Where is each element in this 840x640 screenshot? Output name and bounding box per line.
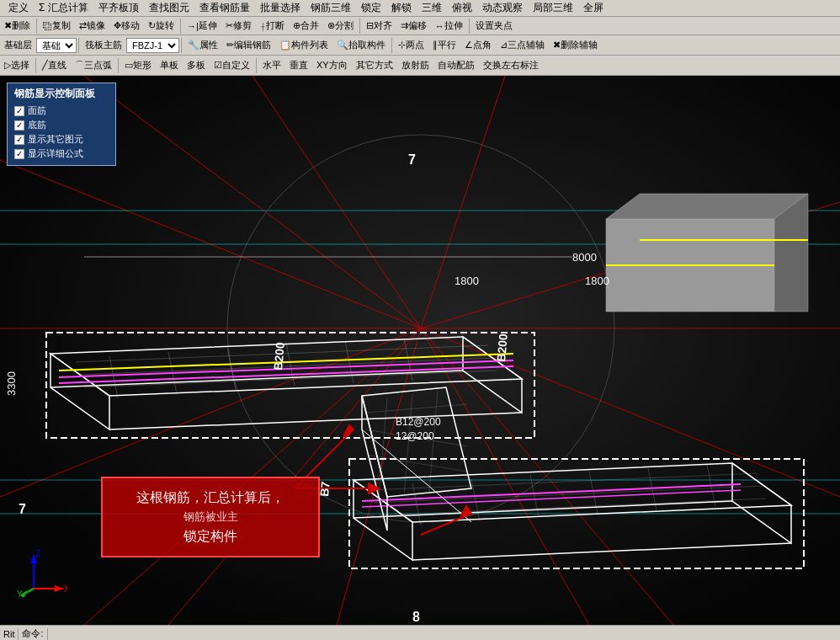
sep3	[359, 19, 360, 34]
menu-findelem[interactable]: 查找图元	[144, 0, 194, 17]
menu-rebar3d[interactable]: 钢筋三维	[306, 0, 356, 17]
btn-vertical[interactable]: 垂直	[285, 57, 312, 74]
svg-text:X: X	[64, 584, 67, 594]
cp-label-face: 面筋	[28, 104, 46, 117]
btn-align[interactable]: ⊟ 对齐	[362, 18, 396, 35]
btn-merge[interactable]: ⊕ 合并	[289, 18, 323, 35]
sep7	[391, 38, 392, 53]
menu-flushboard[interactable]: 平齐板顶	[93, 0, 144, 17]
info-line1b: 钢筋被业主	[116, 509, 305, 526]
svg-text:Z: Z	[35, 549, 40, 558]
menu-summary[interactable]: Σ 汇总计算	[34, 0, 93, 17]
menu-unlock[interactable]: 解锁	[386, 0, 417, 17]
menu-fullscreen[interactable]: 全屏	[578, 0, 609, 17]
btn-select[interactable]: ▷ 选择	[0, 57, 34, 74]
control-panel-title: 钢筋显示控制面板	[14, 87, 109, 101]
cp-item-showformula[interactable]: ✓ 显示详细公式	[14, 147, 109, 160]
btn-xydirection[interactable]: XY方向	[312, 57, 352, 74]
btn-line[interactable]: ╱ 直线	[38, 57, 71, 74]
sep6	[181, 38, 182, 53]
btn-editrebar[interactable]: ✏ 编辑钢筋	[222, 37, 275, 54]
menu-topview[interactable]: 俯视	[447, 0, 477, 17]
svg-text:8000: 8000	[572, 251, 597, 264]
layer-select[interactable]: 基础	[36, 38, 77, 53]
toolbar-draw: ▷ 选择 ╱ 直线 ⌒ 三点弧 ▭ 矩形 单板 多板 ☑ 自定义 水平 垂直 X…	[0, 56, 840, 76]
btn-othermodes[interactable]: 其它方式	[352, 57, 397, 74]
btn-singleboard[interactable]: 单板	[156, 57, 183, 74]
svg-text:7: 7	[19, 502, 26, 516]
btn-horizontal[interactable]: 水平	[258, 57, 285, 74]
btn-autoconfigure[interactable]: 自动配筋	[433, 57, 479, 74]
cp-item-showother[interactable]: ✓ 显示其它图元	[14, 133, 109, 146]
svg-text:B200: B200	[271, 341, 287, 371]
cp-label-showother: 显示其它图元	[28, 133, 83, 146]
toolbar-edit: ✖ 删除 ⿻ 复制 ⇄ 镜像 ✥ 移动 ↻ 旋转 →| 延伸 ✂ 修剪 ⟊ 打断…	[0, 17, 840, 35]
btn-parallel[interactable]: ∥ 平行	[428, 37, 460, 54]
btn-arc[interactable]: ⌒ 三点弧	[71, 57, 116, 74]
menu-batchselect[interactable]: 批量选择	[255, 0, 306, 17]
cp-check-face[interactable]: ✓	[14, 106, 24, 116]
menu-local3d[interactable]: 局部三维	[528, 0, 578, 17]
svg-text:B12@200: B12@200	[396, 416, 441, 428]
sep1	[36, 19, 37, 34]
btn-properties[interactable]: 🔧 属性	[183, 37, 222, 54]
btn-offset[interactable]: ⇉ 偏移	[396, 18, 431, 35]
svg-marker-92	[55, 585, 63, 592]
btn-pointangle[interactable]: ∠ 点角	[460, 37, 496, 54]
status-command: 命令:	[22, 627, 43, 640]
sep8	[35, 58, 36, 73]
info-line1: 这根钢筋，汇总计算后，	[116, 487, 305, 509]
cp-check-bottom[interactable]: ✓	[14, 120, 24, 131]
btn-rotate[interactable]: ↻ 旋转	[144, 18, 178, 35]
type-select[interactable]: FBZJ-1	[126, 38, 179, 53]
btn-split[interactable]: ⊗ 分割	[323, 18, 358, 35]
btn-rect[interactable]: ▭ 矩形	[120, 57, 156, 74]
btn-move[interactable]: ✥ 移动	[109, 18, 144, 35]
btn-copy[interactable]: ⿻ 复制	[39, 18, 75, 35]
btn-mirror[interactable]: ⇄ 镜像	[75, 18, 109, 35]
menu-dynobs[interactable]: 动态观察	[477, 0, 528, 17]
cp-check-showformula[interactable]: ✓	[14, 149, 24, 159]
menu-3d[interactable]: 三维	[417, 0, 447, 17]
layer-label: 基础层	[0, 37, 36, 54]
sep4	[469, 19, 470, 34]
btn-multiboard[interactable]: 多板	[183, 57, 210, 74]
btn-stretch[interactable]: ↔ 拉伸	[431, 18, 467, 35]
status-bar: Rit 命令:	[0, 625, 840, 640]
svg-text:Y: Y	[17, 589, 23, 597]
svg-text:3300: 3300	[5, 371, 18, 396]
cp-item-face[interactable]: ✓ 面筋	[14, 104, 109, 117]
axes-indicator: Z X Y	[17, 547, 67, 600]
btn-complist[interactable]: 📋 构件列表	[275, 37, 332, 54]
btn-delete[interactable]: ✖ 删除	[0, 18, 35, 35]
status-sep1	[18, 628, 19, 640]
btn-trim[interactable]: ✂ 修剪	[221, 18, 256, 35]
sep2	[180, 19, 181, 34]
menu-lock[interactable]: 锁定	[356, 0, 386, 17]
svg-text:7: 7	[408, 152, 416, 167]
btn-setpoint[interactable]: 设置夹点	[471, 18, 517, 35]
btn-custom[interactable]: ☑ 自定义	[210, 57, 254, 74]
btn-extend[interactable]: →| 延伸	[183, 18, 221, 35]
cp-item-bottom[interactable]: ✓ 底筋	[14, 119, 109, 131]
type-label: 筏板主筋	[81, 37, 126, 54]
btn-break[interactable]: ⟊ 打断	[256, 18, 289, 35]
btn-threeaxis[interactable]: ⊿ 三点辅轴	[496, 37, 549, 54]
menu-define[interactable]: 定义	[3, 0, 34, 17]
svg-text:8: 8	[412, 610, 420, 624]
svg-marker-21	[606, 194, 808, 219]
menu-viewrebar[interactable]: 查看钢筋量	[194, 0, 255, 17]
sep5	[78, 38, 79, 53]
sep9	[118, 58, 119, 73]
svg-text:1800: 1800	[585, 275, 609, 287]
btn-radialrebar[interactable]: 放射筋	[397, 57, 433, 74]
cp-label-bottom: 底筋	[28, 119, 46, 131]
cp-check-showother[interactable]: ✓	[14, 135, 24, 145]
btn-swaplabel[interactable]: 交换左右标注	[479, 57, 543, 74]
btn-pickcomp[interactable]: 🔍 抬取构件	[332, 37, 390, 54]
btn-delaxis[interactable]: ✖ 删除辅轴	[549, 37, 602, 54]
main-canvas[interactable]: 8000 1800 1800 3300 B200 B200 B7 B12@200…	[0, 76, 840, 625]
svg-text:12@200: 12@200	[396, 430, 434, 442]
btn-twopoint[interactable]: ⊹ 两点	[394, 37, 428, 54]
sep10	[256, 58, 257, 73]
